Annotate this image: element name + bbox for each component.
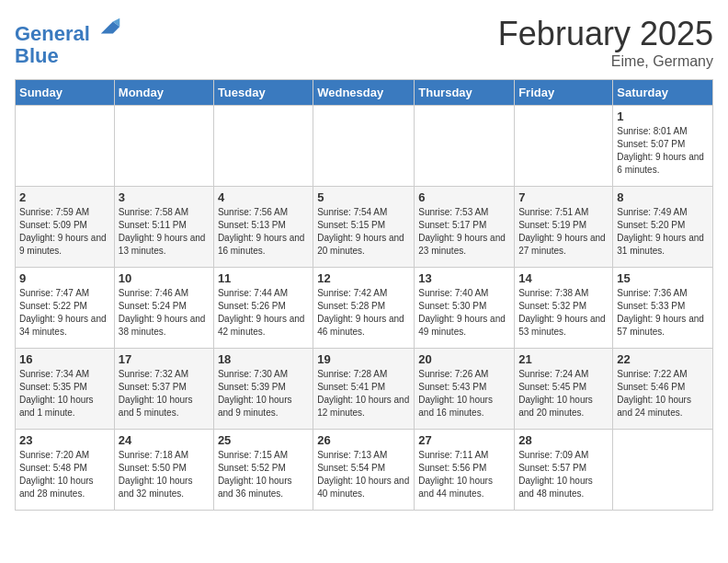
day-number: 22	[617, 352, 709, 366]
calendar-cell: 21Sunrise: 7:24 AM Sunset: 5:45 PM Dayli…	[515, 349, 613, 430]
calendar-cell: 14Sunrise: 7:38 AM Sunset: 5:32 PM Dayli…	[515, 268, 613, 349]
day-info: Sunrise: 7:18 AM Sunset: 5:50 PM Dayligh…	[119, 449, 210, 500]
weekday-header-sunday: Sunday	[16, 80, 115, 106]
day-number: 6	[418, 190, 510, 204]
day-number: 18	[218, 352, 309, 366]
calendar-cell: 10Sunrise: 7:46 AM Sunset: 5:24 PM Dayli…	[114, 268, 213, 349]
day-info: Sunrise: 7:20 AM Sunset: 5:48 PM Dayligh…	[19, 449, 110, 500]
logo-text: General	[15, 15, 123, 45]
calendar-cell: 11Sunrise: 7:44 AM Sunset: 5:26 PM Dayli…	[213, 268, 313, 349]
calendar-cell: 28Sunrise: 7:09 AM Sunset: 5:57 PM Dayli…	[515, 430, 613, 511]
calendar-cell: 8Sunrise: 7:49 AM Sunset: 5:20 PM Daylig…	[613, 187, 713, 268]
day-number: 23	[19, 433, 110, 447]
calendar-cell: 6Sunrise: 7:53 AM Sunset: 5:17 PM Daylig…	[415, 187, 515, 268]
day-info: Sunrise: 7:47 AM Sunset: 5:22 PM Dayligh…	[19, 287, 110, 339]
day-info: Sunrise: 7:49 AM Sunset: 5:20 PM Dayligh…	[617, 206, 709, 258]
day-info: Sunrise: 7:53 AM Sunset: 5:17 PM Dayligh…	[418, 206, 510, 258]
calendar-cell: 3Sunrise: 7:58 AM Sunset: 5:11 PM Daylig…	[114, 187, 213, 268]
calendar-cell	[213, 106, 313, 187]
day-number: 20	[418, 352, 510, 366]
calendar-cell: 15Sunrise: 7:36 AM Sunset: 5:33 PM Dayli…	[613, 268, 713, 349]
weekday-header-saturday: Saturday	[613, 80, 713, 106]
logo-line2: Blue	[15, 45, 123, 67]
calendar-cell	[114, 106, 213, 187]
day-info: Sunrise: 7:46 AM Sunset: 5:24 PM Dayligh…	[119, 287, 210, 339]
day-number: 12	[317, 271, 410, 285]
day-info: Sunrise: 7:58 AM Sunset: 5:11 PM Dayligh…	[119, 206, 210, 258]
weekday-header-tuesday: Tuesday	[213, 80, 313, 106]
weekday-header-monday: Monday	[114, 80, 213, 106]
day-info: Sunrise: 7:42 AM Sunset: 5:28 PM Dayligh…	[317, 287, 410, 339]
calendar-cell	[613, 430, 713, 511]
day-info: Sunrise: 7:24 AM Sunset: 5:45 PM Dayligh…	[518, 368, 609, 419]
calendar-cell	[16, 106, 115, 187]
day-number: 7	[518, 190, 609, 204]
day-number: 14	[518, 271, 609, 285]
title-block: February 2025 Eime, Germany	[498, 15, 713, 70]
day-number: 15	[617, 271, 709, 285]
calendar-cell: 26Sunrise: 7:13 AM Sunset: 5:54 PM Dayli…	[313, 430, 415, 511]
day-number: 4	[218, 190, 309, 204]
day-number: 27	[418, 433, 510, 447]
day-number: 11	[218, 271, 309, 285]
day-number: 3	[119, 190, 210, 204]
calendar-cell	[415, 106, 515, 187]
day-info: Sunrise: 7:59 AM Sunset: 5:09 PM Dayligh…	[19, 206, 110, 258]
calendar-cell: 1Sunrise: 8:01 AM Sunset: 5:07 PM Daylig…	[613, 106, 713, 187]
day-info: Sunrise: 8:01 AM Sunset: 5:07 PM Dayligh…	[617, 125, 709, 177]
month-title: February 2025	[498, 15, 713, 53]
calendar-cell: 23Sunrise: 7:20 AM Sunset: 5:48 PM Dayli…	[16, 430, 115, 511]
day-info: Sunrise: 7:13 AM Sunset: 5:54 PM Dayligh…	[317, 449, 410, 500]
day-info: Sunrise: 7:56 AM Sunset: 5:13 PM Dayligh…	[218, 206, 309, 258]
calendar-cell: 22Sunrise: 7:22 AM Sunset: 5:46 PM Dayli…	[613, 349, 713, 430]
calendar-cell: 17Sunrise: 7:32 AM Sunset: 5:37 PM Dayli…	[114, 349, 213, 430]
calendar-cell: 20Sunrise: 7:26 AM Sunset: 5:43 PM Dayli…	[415, 349, 515, 430]
calendar-cell: 25Sunrise: 7:15 AM Sunset: 5:52 PM Dayli…	[213, 430, 313, 511]
weekday-header-wednesday: Wednesday	[313, 80, 415, 106]
location-subtitle: Eime, Germany	[498, 53, 713, 70]
day-number: 13	[418, 271, 510, 285]
calendar-table: SundayMondayTuesdayWednesdayThursdayFrid…	[15, 79, 713, 511]
calendar-cell: 12Sunrise: 7:42 AM Sunset: 5:28 PM Dayli…	[313, 268, 415, 349]
day-number: 10	[119, 271, 210, 285]
day-number: 24	[119, 433, 210, 447]
day-info: Sunrise: 7:30 AM Sunset: 5:39 PM Dayligh…	[218, 368, 309, 419]
day-info: Sunrise: 7:15 AM Sunset: 5:52 PM Dayligh…	[218, 449, 309, 500]
day-number: 16	[19, 352, 110, 366]
calendar-cell: 13Sunrise: 7:40 AM Sunset: 5:30 PM Dayli…	[415, 268, 515, 349]
day-number: 9	[19, 271, 110, 285]
calendar-cell	[515, 106, 613, 187]
calendar-cell: 19Sunrise: 7:28 AM Sunset: 5:41 PM Dayli…	[313, 349, 415, 430]
calendar-cell: 4Sunrise: 7:56 AM Sunset: 5:13 PM Daylig…	[213, 187, 313, 268]
weekday-header-friday: Friday	[515, 80, 613, 106]
day-number: 5	[317, 190, 410, 204]
page-header: General Blue February 2025 Eime, Germany	[15, 15, 713, 70]
day-info: Sunrise: 7:51 AM Sunset: 5:19 PM Dayligh…	[518, 206, 609, 258]
day-number: 26	[317, 433, 410, 447]
day-number: 19	[317, 352, 410, 366]
day-info: Sunrise: 7:28 AM Sunset: 5:41 PM Dayligh…	[317, 368, 410, 419]
day-info: Sunrise: 7:26 AM Sunset: 5:43 PM Dayligh…	[418, 368, 510, 419]
weekday-header-thursday: Thursday	[415, 80, 515, 106]
day-info: Sunrise: 7:44 AM Sunset: 5:26 PM Dayligh…	[218, 287, 309, 339]
calendar-cell: 16Sunrise: 7:34 AM Sunset: 5:35 PM Dayli…	[16, 349, 115, 430]
day-info: Sunrise: 7:34 AM Sunset: 5:35 PM Dayligh…	[19, 368, 110, 419]
calendar-cell: 27Sunrise: 7:11 AM Sunset: 5:56 PM Dayli…	[415, 430, 515, 511]
calendar-cell: 24Sunrise: 7:18 AM Sunset: 5:50 PM Dayli…	[114, 430, 213, 511]
calendar-cell: 9Sunrise: 7:47 AM Sunset: 5:22 PM Daylig…	[16, 268, 115, 349]
logo-icon	[97, 15, 123, 40]
day-number: 21	[518, 352, 609, 366]
day-info: Sunrise: 7:22 AM Sunset: 5:46 PM Dayligh…	[617, 368, 709, 419]
day-number: 8	[617, 190, 709, 204]
calendar-cell: 5Sunrise: 7:54 AM Sunset: 5:15 PM Daylig…	[313, 187, 415, 268]
day-info: Sunrise: 7:32 AM Sunset: 5:37 PM Dayligh…	[119, 368, 210, 419]
calendar-cell: 7Sunrise: 7:51 AM Sunset: 5:19 PM Daylig…	[515, 187, 613, 268]
day-info: Sunrise: 7:36 AM Sunset: 5:33 PM Dayligh…	[617, 287, 709, 339]
day-info: Sunrise: 7:38 AM Sunset: 5:32 PM Dayligh…	[518, 287, 609, 339]
day-number: 28	[518, 433, 609, 447]
calendar-cell	[313, 106, 415, 187]
day-info: Sunrise: 7:11 AM Sunset: 5:56 PM Dayligh…	[418, 449, 510, 500]
day-info: Sunrise: 7:40 AM Sunset: 5:30 PM Dayligh…	[418, 287, 510, 339]
logo: General Blue	[15, 15, 123, 67]
day-info: Sunrise: 7:09 AM Sunset: 5:57 PM Dayligh…	[518, 449, 609, 500]
